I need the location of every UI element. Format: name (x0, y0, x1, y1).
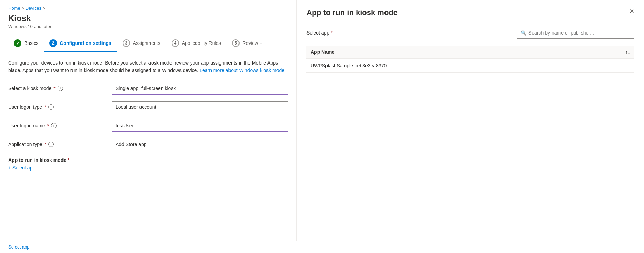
form-control-col-app-type (112, 139, 288, 150)
description-link[interactable]: Learn more about Windows kiosk mode. (199, 68, 286, 73)
step-circle-review: 5 (232, 39, 240, 47)
form-row-logon-name: User logon name * i (8, 120, 288, 132)
step-circle-assignments: 3 (123, 39, 130, 47)
app-name-column-header: App Name (311, 49, 334, 55)
step-label-configuration: Configuration settings (60, 40, 111, 46)
wizard-step-review[interactable]: 5 Review + (226, 36, 268, 52)
step-label-basics: Basics (24, 40, 38, 46)
kiosk-mode-info-icon[interactable]: i (58, 86, 63, 91)
form-row-logon-type: User logon type * i (8, 101, 288, 113)
app-table-header: App Name ↑↓ (306, 46, 634, 59)
breadcrumb-home[interactable]: Home (8, 6, 20, 11)
panel-title: App to run in kiosk mode (306, 8, 398, 17)
right-panel: App to run in kiosk mode ✕ Select app * … (297, 0, 644, 253)
left-panel: Home > Devices > Kiosk ... Windows 10 an… (0, 0, 297, 253)
step-label-assignments: Assignments (133, 40, 160, 46)
kiosk-mode-input[interactable] (112, 83, 288, 95)
page-more-options[interactable]: ... (33, 15, 41, 22)
wizard-steps: ✓ Basics 2 Configuration settings 3 Assi… (8, 36, 288, 52)
breadcrumb-devices[interactable]: Devices (26, 6, 41, 11)
search-box[interactable]: 🔍 (517, 27, 634, 39)
logon-name-input[interactable] (112, 120, 288, 132)
form-label-col-logon-type: User logon type * i (8, 101, 112, 110)
form-row-kiosk-mode: Select a kiosk mode * i (8, 83, 288, 95)
app-section-heading: App to run in kiosk mode * (8, 157, 288, 163)
breadcrumb-sep-2: > (43, 6, 45, 11)
step-circle-applicability: 4 (172, 39, 179, 47)
form-control-col-logon-name (112, 120, 288, 132)
breadcrumb: Home > Devices > (8, 6, 288, 11)
search-input[interactable] (528, 30, 631, 36)
step-label-applicability: Applicability Rules (182, 40, 221, 46)
logon-name-info-icon[interactable]: i (51, 123, 57, 128)
description-text: Configure your devices to run in kiosk m… (8, 59, 288, 75)
select-app-link[interactable]: + Select app (8, 165, 35, 171)
form-label-col-kiosk-mode: Select a kiosk mode * i (8, 83, 112, 91)
page-subtitle: Windows 10 and later (8, 24, 288, 29)
form-row-app-type: Application type * i (8, 139, 288, 150)
select-app-label-container: Select app * (306, 30, 333, 36)
form-label-col-app-type: Application type * i (8, 139, 112, 147)
step-label-review: Review + (242, 40, 262, 46)
panel-header: App to run in kiosk mode ✕ (306, 8, 634, 17)
wizard-step-assignments[interactable]: 3 Assignments (117, 36, 166, 52)
step-circle-basics: ✓ (14, 39, 21, 47)
logon-name-required: * (47, 123, 49, 128)
app-row-name: UWPSplashSample-ceb3e3ea8370 (311, 63, 387, 68)
wizard-step-basics[interactable]: ✓ Basics (8, 36, 44, 52)
app-section-required: * (68, 157, 69, 163)
app-type-info-icon[interactable]: i (48, 142, 54, 147)
kiosk-mode-label: Select a kiosk mode (8, 86, 51, 91)
logon-type-input[interactable] (112, 101, 288, 113)
page-title-row: Kiosk ... (8, 13, 288, 23)
breadcrumb-sep-1: > (22, 6, 24, 11)
app-section: App to run in kiosk mode * + Select app (8, 157, 288, 171)
wizard-step-configuration[interactable]: 2 Configuration settings (44, 36, 117, 52)
app-type-label: Application type (8, 142, 42, 147)
kiosk-mode-required: * (53, 86, 55, 91)
form-control-col-logon-type (112, 101, 288, 113)
search-icon: 🔍 (521, 30, 526, 36)
wizard-step-applicability[interactable]: 4 Applicability Rules (166, 36, 227, 52)
table-row[interactable]: UWPSplashSample-ceb3e3ea8370 (306, 59, 634, 73)
close-button[interactable]: ✕ (629, 8, 634, 14)
select-app-label: Select app (306, 30, 329, 36)
form-label-col-logon-name: User logon name * i (8, 120, 112, 128)
app-type-required: * (45, 142, 46, 147)
step-circle-configuration: 2 (49, 39, 57, 47)
select-app-row: Select app * 🔍 (306, 27, 634, 39)
select-app-required: * (331, 30, 332, 36)
page-title: Kiosk (8, 13, 31, 23)
logon-type-label: User logon type (8, 104, 42, 110)
app-section-title: App to run in kiosk mode (8, 157, 66, 163)
sort-arrows: ↑↓ (625, 49, 630, 55)
bottom-bar: Select app (0, 241, 297, 253)
bottom-bar-select-app[interactable]: Select app (8, 244, 29, 250)
logon-name-label: User logon name (8, 123, 45, 128)
form-control-col-kiosk-mode (112, 83, 288, 95)
logon-type-required: * (44, 104, 46, 110)
app-type-input[interactable] (112, 139, 288, 150)
sort-icon[interactable]: ↑↓ (625, 49, 630, 55)
logon-type-info-icon[interactable]: i (48, 104, 54, 110)
